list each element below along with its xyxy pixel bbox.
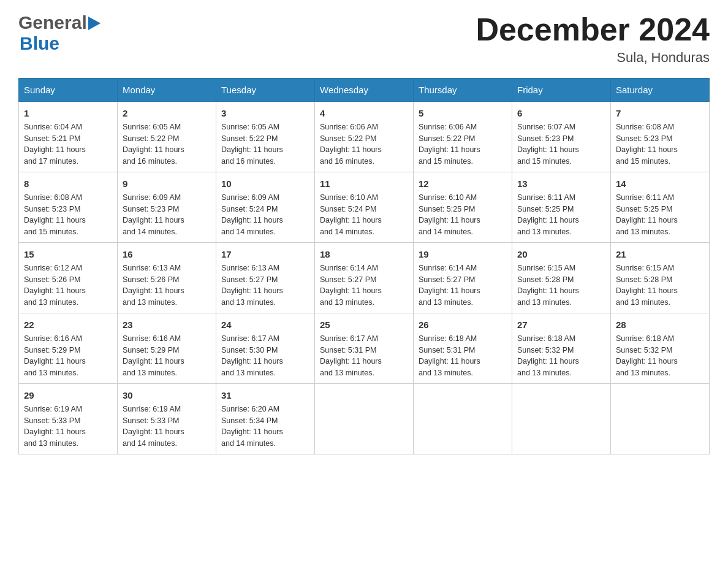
week-row-3: 15Sunrise: 6:12 AMSunset: 5:26 PMDayligh… [19,243,710,313]
day-number: 6 [517,107,605,120]
calendar-cell: 10Sunrise: 6:09 AMSunset: 5:24 PMDayligh… [216,172,315,243]
page-header: General Blue December 2024 Sula, Hondura… [18,12,710,66]
day-info: Sunrise: 6:09 AMSunset: 5:24 PMDaylight:… [221,193,283,236]
day-info: Sunrise: 6:08 AMSunset: 5:23 PMDaylight:… [24,193,86,236]
calendar-cell: 19Sunrise: 6:14 AMSunset: 5:27 PMDayligh… [414,243,512,313]
calendar-cell: 18Sunrise: 6:14 AMSunset: 5:27 PMDayligh… [315,243,414,313]
day-number: 8 [24,177,112,190]
day-number: 14 [616,177,704,190]
calendar-cell: 29Sunrise: 6:19 AMSunset: 5:33 PMDayligh… [19,384,118,454]
day-info: Sunrise: 6:05 AMSunset: 5:22 PMDaylight:… [123,123,184,166]
day-number: 10 [221,177,309,190]
day-number: 26 [419,318,507,331]
day-number: 24 [221,318,309,331]
column-header-sunday: Sunday [19,79,118,102]
day-info: Sunrise: 6:09 AMSunset: 5:23 PMDaylight:… [123,193,184,236]
day-info: Sunrise: 6:10 AMSunset: 5:25 PMDaylight:… [419,193,480,236]
calendar-cell: 17Sunrise: 6:13 AMSunset: 5:27 PMDayligh… [216,243,315,313]
calendar-cell: 5Sunrise: 6:06 AMSunset: 5:22 PMDaylight… [414,102,512,172]
day-info: Sunrise: 6:12 AMSunset: 5:26 PMDaylight:… [24,264,86,307]
day-number: 29 [24,389,112,402]
day-info: Sunrise: 6:13 AMSunset: 5:26 PMDaylight:… [123,264,184,307]
day-info: Sunrise: 6:11 AMSunset: 5:25 PMDaylight:… [517,193,579,236]
day-info: Sunrise: 6:16 AMSunset: 5:29 PMDaylight:… [24,334,86,377]
day-info: Sunrise: 6:20 AMSunset: 5:34 PMDaylight:… [221,405,283,448]
day-info: Sunrise: 6:10 AMSunset: 5:24 PMDaylight:… [320,193,382,236]
day-number: 5 [419,107,507,120]
day-number: 28 [616,318,704,331]
calendar-cell: 24Sunrise: 6:17 AMSunset: 5:30 PMDayligh… [216,313,315,384]
calendar-cell: 25Sunrise: 6:17 AMSunset: 5:31 PMDayligh… [315,313,414,384]
calendar-cell: 3Sunrise: 6:05 AMSunset: 5:22 PMDaylight… [216,102,315,172]
svg-marker-0 [88,17,100,30]
logo-arrow-icon [88,17,100,30]
day-number: 4 [320,107,408,120]
day-number: 22 [24,318,112,331]
day-info: Sunrise: 6:11 AMSunset: 5:25 PMDaylight:… [616,193,678,236]
day-number: 23 [123,318,211,331]
day-number: 31 [221,389,309,402]
header-row: SundayMondayTuesdayWednesdayThursdayFrid… [19,79,710,102]
day-info: Sunrise: 6:19 AMSunset: 5:33 PMDaylight:… [123,405,184,448]
day-number: 18 [320,248,408,261]
calendar-cell: 27Sunrise: 6:18 AMSunset: 5:32 PMDayligh… [512,313,611,384]
day-info: Sunrise: 6:18 AMSunset: 5:31 PMDaylight:… [419,334,480,377]
day-info: Sunrise: 6:05 AMSunset: 5:22 PMDaylight:… [221,123,283,166]
day-number: 2 [123,107,211,120]
day-number: 9 [123,177,211,190]
day-info: Sunrise: 6:14 AMSunset: 5:27 PMDaylight:… [419,264,480,307]
calendar-header: SundayMondayTuesdayWednesdayThursdayFrid… [19,79,710,102]
calendar-cell: 14Sunrise: 6:11 AMSunset: 5:25 PMDayligh… [611,172,710,243]
day-info: Sunrise: 6:13 AMSunset: 5:27 PMDaylight:… [221,264,283,307]
calendar-cell: 6Sunrise: 6:07 AMSunset: 5:23 PMDaylight… [512,102,611,172]
day-number: 11 [320,177,408,190]
week-row-2: 8Sunrise: 6:08 AMSunset: 5:23 PMDaylight… [19,172,710,243]
calendar-cell: 2Sunrise: 6:05 AMSunset: 5:22 PMDaylight… [118,102,216,172]
day-info: Sunrise: 6:18 AMSunset: 5:32 PMDaylight:… [616,334,678,377]
day-number: 12 [419,177,507,190]
day-info: Sunrise: 6:07 AMSunset: 5:23 PMDaylight:… [517,123,579,166]
calendar-cell: 13Sunrise: 6:11 AMSunset: 5:25 PMDayligh… [512,172,611,243]
calendar-cell: 8Sunrise: 6:08 AMSunset: 5:23 PMDaylight… [19,172,118,243]
month-title: December 2024 [476,12,710,47]
location-subtitle: Sula, Honduras [476,50,710,66]
calendar-cell: 22Sunrise: 6:16 AMSunset: 5:29 PMDayligh… [19,313,118,384]
day-number: 3 [221,107,309,120]
calendar-cell: 7Sunrise: 6:08 AMSunset: 5:23 PMDaylight… [611,102,710,172]
calendar-cell: 16Sunrise: 6:13 AMSunset: 5:26 PMDayligh… [118,243,216,313]
day-info: Sunrise: 6:16 AMSunset: 5:29 PMDaylight:… [123,334,184,377]
day-number: 1 [24,107,112,120]
day-info: Sunrise: 6:15 AMSunset: 5:28 PMDaylight:… [616,264,678,307]
calendar-cell [512,384,611,454]
day-info: Sunrise: 6:18 AMSunset: 5:32 PMDaylight:… [517,334,579,377]
day-info: Sunrise: 6:17 AMSunset: 5:30 PMDaylight:… [221,334,283,377]
column-header-monday: Monday [118,79,216,102]
calendar-cell: 4Sunrise: 6:06 AMSunset: 5:22 PMDaylight… [315,102,414,172]
day-info: Sunrise: 6:17 AMSunset: 5:31 PMDaylight:… [320,334,382,377]
week-row-5: 29Sunrise: 6:19 AMSunset: 5:33 PMDayligh… [19,384,710,454]
day-info: Sunrise: 6:15 AMSunset: 5:28 PMDaylight:… [517,264,579,307]
calendar-cell: 26Sunrise: 6:18 AMSunset: 5:31 PMDayligh… [414,313,512,384]
logo-icon: General Blue [18,12,100,54]
day-number: 25 [320,318,408,331]
day-info: Sunrise: 6:06 AMSunset: 5:22 PMDaylight:… [320,123,382,166]
day-number: 16 [123,248,211,261]
week-row-4: 22Sunrise: 6:16 AMSunset: 5:29 PMDayligh… [19,313,710,384]
column-header-friday: Friday [512,79,611,102]
calendar-cell [315,384,414,454]
calendar-table: SundayMondayTuesdayWednesdayThursdayFrid… [18,78,710,454]
calendar-cell: 15Sunrise: 6:12 AMSunset: 5:26 PMDayligh… [19,243,118,313]
day-number: 20 [517,248,605,261]
day-number: 30 [123,389,211,402]
day-number: 17 [221,248,309,261]
calendar-cell: 1Sunrise: 6:04 AMSunset: 5:21 PMDaylight… [19,102,118,172]
day-number: 27 [517,318,605,331]
day-info: Sunrise: 6:19 AMSunset: 5:33 PMDaylight:… [24,405,86,448]
week-row-1: 1Sunrise: 6:04 AMSunset: 5:21 PMDaylight… [19,102,710,172]
day-info: Sunrise: 6:04 AMSunset: 5:21 PMDaylight:… [24,123,86,166]
calendar-cell: 11Sunrise: 6:10 AMSunset: 5:24 PMDayligh… [315,172,414,243]
day-info: Sunrise: 6:14 AMSunset: 5:27 PMDaylight:… [320,264,382,307]
logo-blue-text: Blue [20,33,59,53]
day-info: Sunrise: 6:08 AMSunset: 5:23 PMDaylight:… [616,123,678,166]
column-header-thursday: Thursday [414,79,512,102]
